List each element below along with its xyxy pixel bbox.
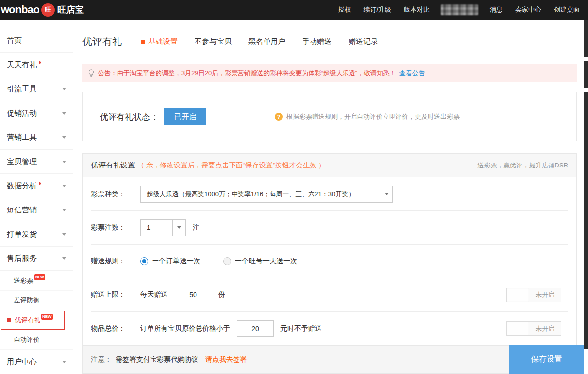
tab-basic-settings[interactable]: 基础设置 <box>141 37 178 46</box>
select-value: 1 <box>141 224 172 231</box>
sidebar-item-promotions[interactable]: 促销活动 <box>0 101 73 125</box>
sidebar-item-item-management[interactable]: 宝贝管理 <box>0 150 73 174</box>
shop-name-blurred[interactable] <box>441 4 478 15</box>
sidebar-item-order-shipping[interactable]: 打单发货 <box>0 222 73 247</box>
announcement-link[interactable]: 查看公告 <box>399 69 425 78</box>
announcement-text: 公告：由于淘宝平台的调整，3月29日20后，彩票营销赠送的彩种将变更为体彩“超级… <box>98 69 396 78</box>
lottery-type-select[interactable]: 超级大乐透（最高奖1000万；中奖率1/16；每周一、三、六21：30开奖） <box>140 186 393 203</box>
gift-limit-toggle[interactable]: 未开启 <box>506 288 561 302</box>
sidebar-subitem-send-lottery[interactable]: 送彩票 NEW <box>0 271 73 291</box>
tab-gift-records[interactable]: 赠送记录 <box>349 37 378 46</box>
active-tab-square-icon <box>141 40 145 44</box>
tab-label: 黑名单用户 <box>248 37 285 46</box>
sidebar-item-data-analysis[interactable]: 数据分析 <box>0 174 73 198</box>
topbar-item-renew-upgrade[interactable]: 续订/升级 <box>357 0 397 20</box>
tab-label: 手动赠送 <box>302 37 332 46</box>
sidebar-item-label: 宝贝管理 <box>7 157 37 166</box>
tab-blacklist-users[interactable]: 黑名单用户 <box>248 37 285 46</box>
sidebar-item-label: 引流工具 <box>7 84 37 94</box>
sidebar-submenu: 送彩票 NEW 差评防御 优评有礼 NEW 自动评价 <box>0 271 73 350</box>
settings-panel: 优评有礼设置 （ 亲，修改设置后，需要点击下面“保存设置”按钮才会生效 ） 送彩… <box>82 153 577 374</box>
field-label: 赠送上限： <box>91 291 140 299</box>
sidebar-subitem-label: 优评有礼 <box>15 316 40 325</box>
sign-agreement-link[interactable]: 请点我去签署 <box>205 355 247 364</box>
chevron-down-icon <box>62 88 66 90</box>
brand-circle-icon: 旺 <box>41 3 55 17</box>
footer-note-label: 注意： <box>91 355 112 364</box>
dropdown-arrow-icon <box>380 186 392 202</box>
tab-label: 基础设置 <box>148 37 178 46</box>
daily-limit-input[interactable] <box>175 287 211 303</box>
feature-status-toggle[interactable]: 已开启 <box>164 108 247 125</box>
settings-form: 彩票种类： 超级大乐透（最高奖1000万；中奖率1/16；每周一、三、六21：3… <box>83 177 576 345</box>
form-row-total-price: 物品总价： 订单所有宝贝原价总价格小于 元时不予赠送 未开启 <box>91 312 568 345</box>
form-row-lottery-count: 彩票注数： 1 注 <box>91 211 568 245</box>
sidebar-item-home[interactable]: 首页 <box>0 29 73 53</box>
field-prefix: 每天赠送 <box>140 291 168 299</box>
footer-note-text: 需签署支付宝彩票代购协议 <box>116 355 198 364</box>
toggle-on-segment: 已开启 <box>164 108 206 125</box>
sidebar-item-traffic-tools[interactable]: 引流工具 <box>0 77 73 101</box>
status-label: 优评有礼状态： <box>100 111 158 123</box>
sidebar-item-label: 首页 <box>7 36 22 45</box>
settings-title: 优评有礼设置 <box>91 161 135 170</box>
toggle-off-segment <box>206 108 247 125</box>
sidebar-item-label: 数据分析 <box>7 181 37 191</box>
settings-slogan: 送彩票，赢优评，提升店铺DSR <box>478 161 568 170</box>
sidebar-subitem-auto-review[interactable]: 自动评价 <box>0 330 73 350</box>
min-price-input[interactable] <box>237 320 274 337</box>
topbar-menu: 授权 续订/升级 版本对比 消息 卖家中心 创建桌面 <box>331 0 586 20</box>
sidebar-item-daily-gift[interactable]: 天天有礼 <box>0 53 73 77</box>
scrollbar-thumb[interactable] <box>584 20 588 57</box>
save-settings-button[interactable]: 保存设置 <box>509 345 584 374</box>
app-logo: wonbao 旺 旺店宝 <box>1 3 84 17</box>
logo-text-en: wonbao <box>1 3 39 16</box>
lottery-count-select[interactable]: 1 <box>140 219 186 236</box>
sidebar-item-label: 售后服务 <box>7 254 37 263</box>
topbar-item-create-desktop[interactable]: 创建桌面 <box>548 0 586 20</box>
sidebar-item-label: 促销活动 <box>7 109 37 118</box>
sidebar-item-user-center[interactable]: 用户中心 <box>0 350 73 374</box>
field-label: 彩票种类： <box>91 190 140 199</box>
tab-manual-gift[interactable]: 手动赠送 <box>302 37 332 46</box>
new-badge: NEW <box>34 274 45 280</box>
chevron-down-icon <box>62 233 66 236</box>
sidebar-item-after-sales[interactable]: 售后服务 <box>0 247 73 271</box>
form-row-gift-limit: 赠送上限： 每天赠送 份 未开启 <box>91 278 568 312</box>
chevron-down-icon <box>62 185 66 187</box>
tab-bar: 基础设置 不参与宝贝 黑名单用户 手动赠送 赠送记录 <box>141 37 378 46</box>
settings-footer: 注意： 需签署支付宝彩票代购协议 请点我去签署 保存设置 <box>83 345 576 373</box>
sidebar-subitem-label: 送彩票 <box>14 276 33 285</box>
scrollbar-thumb[interactable] <box>584 61 588 88</box>
sidebar-item-label: 天天有礼 <box>7 60 37 70</box>
chevron-down-icon <box>62 361 66 363</box>
radio-per-account-per-day[interactable]: 一个旺号一天送一次 <box>223 257 297 266</box>
sidebar-subitem-good-review-gift[interactable]: 优评有礼 NEW <box>1 311 65 330</box>
sidebar-subitem-bad-review-defense[interactable]: 差评防御 <box>0 291 73 310</box>
topbar-item-version-compare[interactable]: 版本对比 <box>397 0 436 20</box>
topbar-item-messages[interactable]: 消息 <box>483 0 509 20</box>
tab-excluded-items[interactable]: 不参与宝贝 <box>195 37 232 46</box>
field-prefix: 订单所有宝贝原价总价格小于 <box>140 324 230 333</box>
sidebar-item-marketing-tools[interactable]: 营销工具 <box>0 125 73 150</box>
field-label: 赠送规则： <box>91 257 140 266</box>
chevron-down-icon <box>62 161 66 163</box>
topbar-item-seller-center[interactable]: 卖家中心 <box>509 0 548 20</box>
status-hint: ? 根据彩票赠送规则，开启自动评价立即评价，更及时送出彩票 <box>275 112 460 121</box>
scrollbar-thumb[interactable] <box>584 92 588 349</box>
sidebar-item-label: 营销工具 <box>7 133 37 142</box>
sidebar-item-sms-marketing[interactable]: 短信营销 <box>0 198 73 222</box>
form-row-lottery-type: 彩票种类： 超级大乐透（最高奖1000万；中奖率1/16；每周一、三、六21：3… <box>91 177 568 211</box>
square-bullet-icon <box>7 318 11 322</box>
total-price-toggle[interactable]: 未开启 <box>506 321 561 336</box>
topbar-item-authorize[interactable]: 授权 <box>331 0 357 20</box>
status-panel: 优评有礼状态： 已开启 ? 根据彩票赠送规则，开启自动评价立即评价，更及时送出彩… <box>82 92 577 141</box>
form-row-gift-rule: 赠送规则： 一个订单送一次 一个旺号一天送一次 <box>91 245 568 278</box>
settings-note: （ 亲，修改设置后，需要点击下面“保存设置”按钮才会生效 ） <box>137 161 325 170</box>
unit-label: 份 <box>218 291 225 299</box>
field-suffix: 元时不予赠送 <box>280 324 322 333</box>
radio-per-order[interactable]: 一个订单送一次 <box>140 257 200 266</box>
main-content: 优评有礼 基础设置 不参与宝贝 黑名单用户 手动赠送 赠送记录 <box>74 20 584 374</box>
radio-selected-icon <box>140 257 148 265</box>
field-label: 物品总价： <box>91 324 140 333</box>
